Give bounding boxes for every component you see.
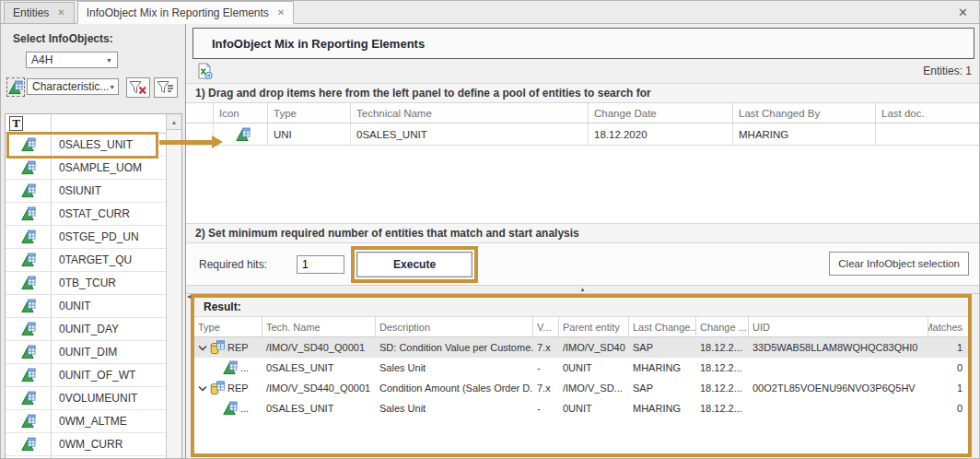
characteristic-icon: [21, 276, 36, 290]
tab-infoobject-mix[interactable]: InfoObject Mix in Reporting Elements ✕: [77, 1, 294, 24]
window-close-icon[interactable]: ✕: [958, 6, 968, 19]
infoobject-type-select-value: Characteristic...: [32, 80, 109, 93]
cell-change-date: 18.12.2...: [696, 398, 749, 418]
col-last-changed[interactable]: Last Change...: [629, 317, 696, 336]
cell-description: Sales Unit: [376, 398, 533, 418]
infoobject-name: 0WM_ALTME: [52, 415, 127, 428]
cell-description: SD: Condition Value per Custome...: [376, 337, 533, 358]
required-hits-input[interactable]: [297, 255, 344, 274]
col-uid[interactable]: UID: [749, 317, 928, 336]
col-change-date[interactable]: Change Date: [589, 103, 733, 123]
export-to-excel-icon[interactable]: [196, 63, 213, 79]
table-row[interactable]: UNI 0SALES_UNIT 18.12.2020 MHARING: [186, 124, 979, 146]
infoobject-name: 0UNIT_DIM: [52, 346, 117, 359]
left-panel-title: Select InfoObjects:: [13, 32, 113, 45]
list-item[interactable]: 0STGE_PD_UN: [6, 226, 181, 249]
col-type[interactable]: Type: [194, 317, 262, 336]
col-change-date[interactable]: Change ...: [696, 317, 749, 336]
list-item[interactable]: 0TB_TCUR: [6, 272, 181, 295]
result-row-report-1[interactable]: REP /IMO/V_SD40_Q0001 SD: Condition Valu…: [194, 337, 968, 358]
cell-change-date: 18.12.2020: [589, 124, 733, 145]
cell-change-date: 18.12.2...: [696, 378, 749, 398]
cell-type: ...: [194, 358, 262, 378]
characteristic-icon: [21, 160, 36, 175]
list-item-0sales-unit[interactable]: 0SALES_UNIT: [6, 134, 181, 157]
cell-version: -: [533, 358, 559, 378]
list-item[interactable]: 0VOLUMEUNIT: [6, 387, 181, 410]
col-tech-name[interactable]: Tech. Name: [262, 317, 376, 336]
col-type[interactable]: Type: [268, 103, 351, 123]
tab-entities-close-icon[interactable]: ✕: [57, 8, 64, 18]
cell-uid: 00O2TL85VOENU96NVO3P6Q5HV: [749, 378, 928, 398]
scroll-up-icon[interactable]: ▲: [167, 114, 181, 130]
tab-entities[interactable]: Entities ✕: [4, 2, 75, 23]
annotation-highlight-execute: Execute: [351, 246, 478, 283]
list-item[interactable]: 0WM_ALTME: [6, 410, 181, 433]
cell-last-changed: MHARING: [629, 398, 696, 418]
clear-filter-button[interactable]: [126, 77, 150, 98]
clear-infoobject-selection-button[interactable]: Clear InfoObject selection: [829, 252, 969, 276]
cell-description: Condition Amount (Sales Order D...: [376, 378, 533, 398]
list-item[interactable]: 0TARGET_QU: [6, 249, 181, 272]
result-heading: Result:: [194, 298, 968, 317]
main-panel: InfoObject Mix in Reporting Elements Ent…: [186, 24, 979, 459]
col-version[interactable]: V...: [533, 317, 559, 336]
cell-type: ...: [194, 398, 262, 418]
list-scrollbar[interactable]: ▲: [166, 114, 181, 458]
infoobject-name: 0UNIT_DAY: [52, 323, 119, 335]
list-item[interactable]: 0SAMPLE_UOM: [6, 157, 181, 180]
cell-type: UNI: [268, 124, 351, 145]
infoobject-name: 0TB_TCUR: [52, 277, 116, 289]
result-table-header: Type Tech. Name Description V... Parent …: [194, 317, 968, 337]
tab-infoobject-mix-close-icon[interactable]: ✕: [277, 8, 285, 18]
execute-button[interactable]: Execute: [356, 252, 472, 277]
col-last-changed-by[interactable]: Last Changed By: [733, 103, 876, 123]
list-item[interactable]: 0UNIT: [6, 295, 181, 318]
entities-count: Entities: 1: [923, 65, 972, 77]
cell-last-doc: [876, 124, 979, 145]
filter-menu-button[interactable]: [154, 77, 178, 98]
horizontal-splitter[interactable]: ▴: [186, 285, 979, 294]
list-item[interactable]: 0UNIT_DAY: [6, 318, 181, 341]
col-matches[interactable]: Matches: [928, 317, 968, 336]
list-item[interactable]: 0STAT_CURR: [6, 203, 181, 226]
chevron-down-icon: ▼: [109, 84, 115, 90]
characteristic-icon: [21, 322, 36, 336]
result-row-child-1[interactable]: ... 0SALES_UNIT Sales Unit - 0UNIT MHARI…: [194, 358, 968, 378]
cell-matches: 1: [928, 337, 968, 358]
chevron-down-icon[interactable]: [198, 345, 207, 351]
result-row-report-2[interactable]: REP /IMO/V_SD440_Q0001 Condition Amount …: [194, 378, 968, 398]
cell-tech-name: 0SALES_UNIT: [262, 398, 376, 418]
chevron-down-icon[interactable]: [198, 385, 207, 392]
annotation-highlight-result: Result: Type Tech. Name Description V...…: [191, 294, 972, 457]
col-parent-entity[interactable]: Parent entity: [559, 317, 629, 336]
col-description[interactable]: Description: [376, 317, 533, 336]
list-item[interactable]: 0UNIT_OF_WT: [6, 364, 181, 387]
characteristic-icon: [8, 80, 23, 95]
page-title: InfoObject Mix in Reporting Elements: [192, 28, 974, 59]
list-item[interactable]: 0WM_CURR: [6, 433, 181, 456]
collapse-panel-icon[interactable]: ◂: [187, 292, 191, 300]
infoobject-type-select[interactable]: Characteristic... ▼: [27, 78, 119, 95]
col-icon[interactable]: Icon: [214, 103, 268, 123]
tab-bar: Entities ✕ InfoObject Mix in Reporting E…: [1, 1, 979, 24]
infoobject-name: 0TARGET_QU: [52, 253, 132, 266]
annotation-arrow-shaft: [159, 140, 212, 145]
col-technical-name[interactable]: Technical Name: [351, 103, 589, 123]
result-row-child-2[interactable]: ... 0SALES_UNIT Sales Unit - 0UNIT MHARI…: [194, 398, 968, 418]
cell-version: 7.x: [533, 378, 559, 398]
infoobject-name: 0UNIT_OF_WT: [52, 369, 135, 382]
infoobject-name: 0SALES_UNIT: [52, 138, 133, 151]
cell-matches: 0: [928, 398, 968, 418]
system-select[interactable]: A4H ▼: [26, 52, 118, 68]
characteristic-icon: [21, 368, 36, 382]
drop-area[interactable]: [186, 146, 979, 223]
chevron-down-icon: ▼: [106, 57, 112, 64]
infoobject-list-header[interactable]: T: [6, 114, 181, 134]
col-last-doc[interactable]: Last doc.: [876, 103, 979, 123]
cell-change-date: 18.12.2...: [696, 337, 749, 358]
characteristic-icon: [223, 401, 238, 416]
list-item[interactable]: 0SIUNIT: [6, 180, 181, 203]
list-item[interactable]: 0UNIT_DIM: [6, 341, 181, 364]
cell-technical-name: 0SALES_UNIT: [351, 124, 589, 145]
